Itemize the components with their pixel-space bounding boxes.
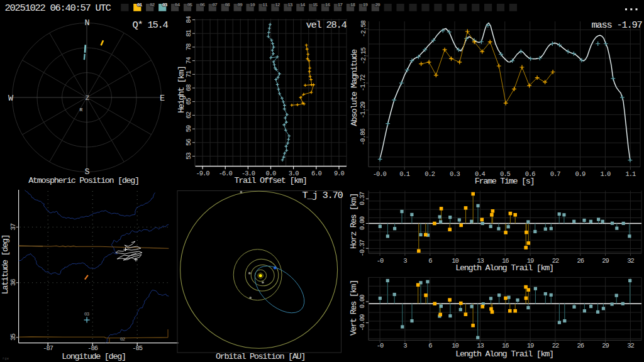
svg-text:15: 15 bbox=[313, 2, 318, 8]
svg-text:-0.09: -0.09 bbox=[358, 314, 366, 331]
svg-text:03: 03 bbox=[162, 2, 168, 8]
svg-text:18: 18 bbox=[350, 2, 356, 8]
svg-text:0.9: 0.9 bbox=[575, 170, 586, 178]
svg-text:35: 35 bbox=[10, 334, 18, 341]
svg-text:Q* 15.4: Q* 15.4 bbox=[133, 19, 169, 31]
svg-text:Absolute Magnitude: Absolute Magnitude bbox=[350, 49, 359, 126]
svg-text:mass -1.97: mass -1.97 bbox=[591, 19, 642, 31]
svg-text:62: 62 bbox=[185, 111, 192, 118]
svg-text:53: 53 bbox=[185, 153, 192, 160]
svg-text:04: 04 bbox=[175, 2, 180, 8]
svg-text:22: 22 bbox=[552, 342, 559, 349]
svg-text:3: 3 bbox=[403, 257, 407, 265]
svg-text:02: 02 bbox=[150, 2, 155, 8]
svg-text:0.00: 0.00 bbox=[358, 295, 366, 309]
svg-text:Horz Res [km]: Horz Res [km] bbox=[349, 194, 358, 249]
svg-text:07: 07 bbox=[212, 2, 218, 8]
svg-text:20251022 06:40:57 UTC: 20251022 06:40:57 UTC bbox=[5, 3, 111, 14]
svg-text:74: 74 bbox=[185, 57, 192, 64]
svg-text:-2.15: -2.15 bbox=[360, 47, 367, 64]
svg-text:02: 02 bbox=[120, 336, 126, 342]
svg-text:-1.29: -1.29 bbox=[360, 101, 367, 118]
svg-text:rgw: rgw bbox=[3, 357, 9, 360]
svg-text:Orbital Position [AU]: Orbital Position [AU] bbox=[216, 352, 305, 361]
svg-text:0.3: 0.3 bbox=[450, 170, 460, 178]
svg-text:0.7: 0.7 bbox=[550, 170, 561, 178]
svg-text:-86: -86 bbox=[87, 344, 98, 352]
svg-text:1.1: 1.1 bbox=[625, 170, 636, 178]
svg-text:78: 78 bbox=[185, 43, 192, 50]
svg-text:19: 19 bbox=[362, 2, 368, 8]
svg-text:32: 32 bbox=[627, 342, 634, 349]
svg-text:vel 28.4: vel 28.4 bbox=[306, 19, 347, 31]
svg-text:13: 13 bbox=[477, 342, 484, 349]
svg-text:71: 71 bbox=[185, 70, 192, 77]
svg-text:Height [km]: Height [km] bbox=[177, 66, 186, 112]
svg-text:06: 06 bbox=[199, 2, 205, 8]
svg-text:01: 01 bbox=[137, 2, 143, 8]
svg-text:-9.0: -9.0 bbox=[196, 170, 210, 177]
svg-text:-0.37: -0.37 bbox=[358, 239, 366, 256]
svg-text:6: 6 bbox=[428, 257, 432, 265]
svg-text:0.2: 0.2 bbox=[425, 170, 435, 178]
svg-text:9.0: 9.0 bbox=[334, 170, 345, 177]
svg-text:0.00: 0.00 bbox=[358, 216, 366, 230]
svg-text:37: 37 bbox=[10, 223, 18, 230]
svg-text:6.0: 6.0 bbox=[311, 170, 322, 177]
svg-text:Vert Res [km]: Vert Res [km] bbox=[349, 280, 358, 336]
svg-text:16: 16 bbox=[502, 342, 509, 349]
svg-text:0.37: 0.37 bbox=[358, 192, 366, 206]
svg-text:13: 13 bbox=[287, 2, 293, 8]
svg-text:65: 65 bbox=[185, 98, 192, 105]
svg-text:Z: Z bbox=[86, 94, 89, 102]
svg-text:Length Along Trail [km]: Length Along Trail [km] bbox=[455, 263, 553, 273]
svg-text:-0: -0 bbox=[377, 257, 384, 265]
svg-text:81: 81 bbox=[185, 30, 192, 36]
svg-text:56: 56 bbox=[185, 139, 192, 146]
svg-text:10: 10 bbox=[250, 2, 255, 8]
svg-text:-6.0: -6.0 bbox=[219, 170, 233, 177]
svg-text:-85: -85 bbox=[132, 344, 143, 352]
svg-text:Atmospheric Position [deg]: Atmospheric Position [deg] bbox=[28, 176, 139, 185]
svg-text:26: 26 bbox=[577, 342, 584, 349]
svg-text:68: 68 bbox=[185, 84, 192, 91]
svg-text:20: 20 bbox=[375, 2, 380, 8]
svg-text:-0.0: -0.0 bbox=[373, 170, 387, 178]
svg-text:36: 36 bbox=[10, 279, 18, 286]
svg-text:0.1: 0.1 bbox=[399, 170, 410, 178]
svg-text:6: 6 bbox=[428, 342, 432, 349]
svg-text:Frame Time [s]: Frame Time [s] bbox=[475, 177, 535, 186]
svg-text:17: 17 bbox=[338, 2, 343, 8]
svg-text:10: 10 bbox=[452, 342, 458, 349]
svg-text:16: 16 bbox=[325, 2, 331, 8]
svg-text:-0.86: -0.86 bbox=[360, 128, 367, 145]
svg-text:Longitude [deg]: Longitude [deg] bbox=[62, 352, 125, 361]
svg-text:Latitude [deg]: Latitude [deg] bbox=[1, 235, 10, 295]
svg-text:59: 59 bbox=[185, 125, 192, 132]
svg-text:-87: -87 bbox=[43, 344, 53, 352]
svg-text:-1.72: -1.72 bbox=[360, 74, 367, 91]
svg-text:-2.58: -2.58 bbox=[360, 20, 367, 37]
svg-text:26: 26 bbox=[577, 257, 584, 265]
svg-text:12: 12 bbox=[275, 2, 280, 8]
svg-text:03: 03 bbox=[84, 311, 90, 317]
svg-text:29: 29 bbox=[602, 342, 609, 349]
svg-text:3: 3 bbox=[403, 342, 407, 349]
svg-text:14: 14 bbox=[300, 2, 306, 8]
svg-text:Trail Offset [km]: Trail Offset [km] bbox=[235, 176, 307, 185]
svg-text:32: 32 bbox=[627, 257, 634, 265]
svg-text:05: 05 bbox=[187, 2, 193, 8]
svg-text:1.0: 1.0 bbox=[601, 170, 611, 178]
svg-text:29: 29 bbox=[602, 257, 609, 265]
svg-text:11: 11 bbox=[262, 2, 268, 8]
svg-text:84: 84 bbox=[185, 16, 192, 23]
svg-text:Length Along Trail [km]: Length Along Trail [km] bbox=[455, 349, 553, 359]
svg-text:-0: -0 bbox=[377, 342, 384, 349]
svg-text:T_j 3.70: T_j 3.70 bbox=[303, 190, 343, 201]
svg-text:09: 09 bbox=[237, 2, 243, 8]
svg-text:08: 08 bbox=[225, 2, 230, 8]
svg-text:19: 19 bbox=[527, 342, 534, 349]
